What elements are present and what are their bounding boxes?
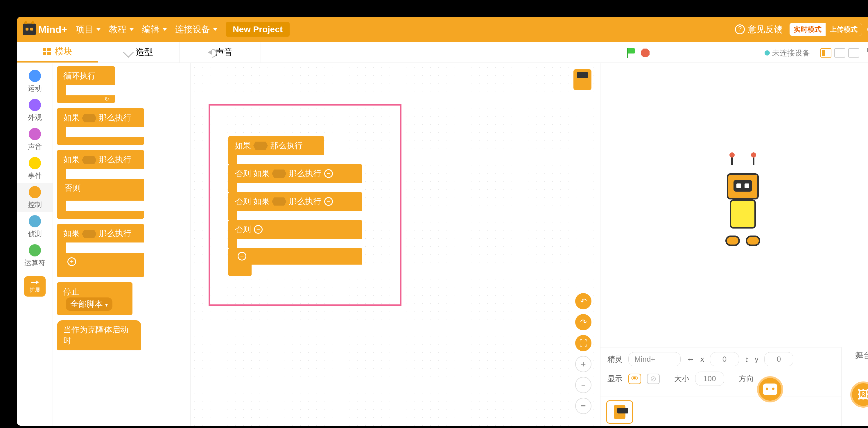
tab-costumes[interactable]: 造型	[98, 42, 180, 62]
caret-icon	[96, 28, 101, 31]
stage-size-buttons	[820, 48, 859, 58]
help-icon	[735, 24, 745, 34]
cat-motion[interactable]: 运动	[17, 67, 53, 96]
block-if-else[interactable]: 如果那么执行 否则	[57, 150, 144, 219]
add-sprite-button[interactable]	[757, 376, 783, 402]
logo-icon	[23, 24, 36, 35]
sprite-item[interactable]	[606, 400, 633, 424]
menu-edit[interactable]: 编辑	[142, 24, 167, 35]
block-stop[interactable]: 停止全部脚本	[57, 282, 132, 315]
main-menu: 项目 教程 编辑 连接设备	[76, 24, 218, 35]
sprite-label: 精灵	[608, 354, 623, 364]
size-label: 大小	[674, 374, 689, 384]
undo-button[interactable]: ↶	[575, 293, 591, 309]
stage[interactable]	[603, 66, 868, 344]
menu-connect[interactable]: 连接设备	[175, 24, 218, 35]
arrow-v-icon: ↕	[745, 355, 749, 364]
cat-control[interactable]: 控制	[17, 183, 53, 212]
minus-icon[interactable]: −	[324, 197, 333, 206]
extensions-button[interactable]: 扩展	[24, 276, 45, 296]
tab-sounds[interactable]: 声音	[180, 42, 261, 62]
sprite-thumb[interactable]	[574, 69, 591, 90]
size-input[interactable]: 100	[695, 372, 724, 386]
cat-icon	[763, 383, 777, 395]
block-palette: 循环执行 如果那么执行 如果那么执行 否则 如果那么执行 + 停止全部脚本	[53, 63, 191, 426]
status-dot-icon	[765, 50, 770, 56]
canvas-tools: ↶ ↷ ⛶ ＋ － ＝	[575, 293, 591, 414]
stop-icon[interactable]	[641, 49, 650, 57]
block-if[interactable]: 如果那么执行	[57, 108, 144, 145]
stage-column: 舞台 🖼	[841, 347, 868, 426]
menu-project[interactable]: 项目	[76, 24, 101, 35]
redo-button[interactable]: ↷	[575, 314, 591, 330]
green-flag-icon[interactable]	[626, 48, 636, 58]
category-column: 运动 外观 声音 事件 控制 侦测 运算符 扩展	[17, 63, 53, 426]
caret-icon	[129, 28, 134, 31]
hide-button[interactable]: ⊘	[647, 374, 660, 384]
hex-slot	[82, 114, 96, 122]
stage-large-button[interactable]	[834, 48, 845, 58]
block-clone-start[interactable]: 当作为克隆体启动时	[57, 320, 141, 350]
x-input[interactable]: 0	[710, 352, 739, 366]
sound-icon	[208, 50, 212, 55]
dropdown[interactable]: 全部脚本	[66, 297, 113, 311]
show-button[interactable]: 👁	[628, 374, 641, 384]
minus-icon[interactable]: −	[324, 169, 333, 178]
sprite-list	[600, 397, 841, 426]
caret-icon	[162, 28, 167, 31]
blocks-icon	[43, 48, 52, 55]
mode-upload[interactable]: 上传模式	[826, 23, 862, 36]
minus-icon[interactable]: −	[254, 225, 262, 234]
cat-events[interactable]: 事件	[17, 154, 53, 183]
crop-button[interactable]: ⛶	[575, 335, 591, 351]
project-name[interactable]: New Project	[226, 22, 290, 37]
cat-looks[interactable]: 外观	[17, 96, 53, 125]
logo: Mind+	[23, 24, 67, 35]
sprite-name-input[interactable]: Mind+	[628, 352, 681, 366]
stage-panel: 精灵 Mind+ ↔ x 0 ↕ y 0 显示 👁 ⊘	[600, 63, 868, 426]
hex-slot	[82, 156, 96, 164]
cat-operators[interactable]: 运算符	[17, 241, 53, 270]
logo-text: Mind+	[38, 24, 67, 35]
mode-toggle[interactable]: 实时模式 上传模式	[789, 23, 862, 36]
feedback-link[interactable]: 意见反馈	[735, 24, 783, 35]
cat-sound[interactable]: 声音	[17, 125, 53, 154]
canvas-script[interactable]: 如果那么执行 否则 如果那么执行− 否则 如果那么执行− 否则− +	[228, 136, 362, 276]
sprite-info: 精灵 Mind+ ↔ x 0 ↕ y 0 显示 👁 ⊘	[600, 347, 841, 397]
script-canvas[interactable]: 如果那么执行 否则 如果那么执行− 否则 如果那么执行− 否则− + ↶ ↷ ⛶…	[191, 63, 600, 426]
zoom-reset-button[interactable]: ＝	[575, 398, 591, 414]
add-backdrop-button[interactable]: 🖼	[850, 381, 868, 408]
plus-icon[interactable]: +	[67, 257, 76, 266]
plus-icon[interactable]: +	[238, 252, 246, 260]
titlebar: Mind+ 项目 教程 编辑 连接设备 New Project 意见反馈 实时模…	[17, 17, 868, 42]
show-label: 显示	[608, 374, 623, 384]
menu-tutorial[interactable]: 教程	[109, 24, 134, 35]
dir-label: 方向	[739, 374, 754, 384]
sprite-robot[interactable]	[722, 165, 763, 246]
stage-small-button[interactable]	[820, 48, 831, 58]
block-if-elseif[interactable]: 如果那么执行 +	[57, 224, 144, 277]
y-input[interactable]: 0	[764, 352, 793, 366]
stage-controls: 未连接设备	[626, 44, 868, 62]
connection-status: 未连接设备	[765, 48, 810, 58]
mode-realtime[interactable]: 实时模式	[789, 23, 826, 36]
hex-slot	[82, 230, 96, 238]
cat-sensing[interactable]: 侦测	[17, 212, 53, 241]
caret-icon	[213, 28, 218, 31]
brush-icon	[123, 47, 134, 58]
tab-blocks[interactable]: 模块	[17, 42, 98, 62]
fullscreen-icon[interactable]	[867, 48, 868, 58]
zoom-in-button[interactable]: ＋	[575, 356, 591, 372]
arrow-h-icon: ↔	[686, 355, 694, 364]
stage-full-button[interactable]	[848, 48, 859, 58]
zoom-out-button[interactable]: －	[575, 377, 591, 393]
block-forever[interactable]: 循环执行	[57, 66, 115, 103]
